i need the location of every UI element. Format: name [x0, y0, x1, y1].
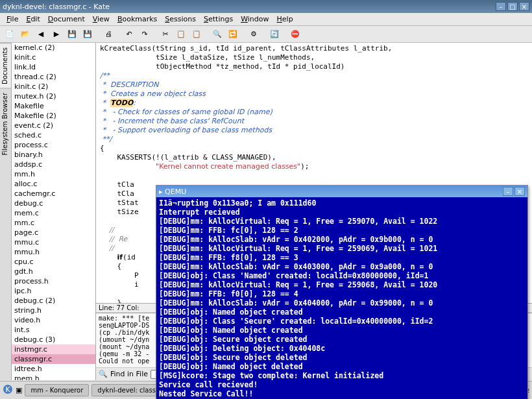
file-item[interactable]: ipc.h — [12, 286, 95, 296]
menu-file[interactable]: File — [3, 14, 22, 25]
search-icon: 🔍 — [99, 370, 108, 378]
qemu-minimize-button[interactable]: – — [503, 187, 513, 196]
maximize-button[interactable]: □ — [507, 2, 518, 11]
menu-window[interactable]: Window — [237, 14, 272, 25]
menu-help[interactable]: Help — [273, 14, 297, 25]
saveas-button[interactable]: 💾 — [80, 27, 95, 42]
qemu-title: QEMU — [165, 187, 186, 196]
file-item[interactable]: page.c — [12, 228, 95, 237]
file-item[interactable]: idtree.h — [12, 364, 95, 374]
save-button[interactable]: 💾 — [65, 27, 79, 42]
copy-button[interactable]: 📋 — [174, 27, 188, 42]
qemu-icon: ▸ — [159, 187, 163, 196]
file-item[interactable]: cachemgr.c — [12, 189, 95, 199]
desktop-button[interactable]: ▣ — [16, 386, 22, 394]
file-item[interactable]: cpu.c — [12, 257, 95, 267]
kmenu-button[interactable]: K — [3, 384, 13, 396]
file-item[interactable]: Makefile (2) — [12, 111, 95, 121]
close-button[interactable]: × — [519, 2, 529, 11]
menu-sessions[interactable]: Sessions — [161, 14, 200, 25]
menu-view[interactable]: View — [89, 14, 114, 25]
reload-button[interactable]: 🔄 — [267, 27, 282, 42]
file-item[interactable]: kinit.c (2) — [12, 82, 95, 91]
svg-text:K: K — [5, 385, 10, 394]
file-item[interactable]: Makefile — [12, 101, 95, 111]
cut-button[interactable]: ✂ — [158, 27, 173, 42]
file-item[interactable]: mem.h — [12, 374, 95, 380]
file-item[interactable]: thread.c (2) — [12, 72, 95, 82]
file-item[interactable]: sched.c — [12, 130, 95, 140]
file-list[interactable]: kernel.c (2)kinit.clink.ldthread.c (2)ki… — [12, 43, 96, 380]
file-item[interactable]: mmu.c — [12, 237, 95, 247]
window-title: dyknl-devel: classmgr.c - Kate — [3, 3, 110, 11]
menu-edit[interactable]: Edit — [22, 14, 43, 25]
file-item[interactable]: process.h — [12, 276, 95, 286]
qemu-close-button[interactable]: × — [514, 187, 525, 196]
file-item[interactable]: instmgr.c — [12, 345, 95, 354]
file-item[interactable]: mem.c — [12, 208, 95, 218]
file-item[interactable]: gdt.h — [12, 267, 95, 276]
file-item[interactable]: addsp.c — [12, 160, 95, 169]
file-item[interactable]: debug.c (3) — [12, 335, 95, 345]
file-item[interactable]: process.c — [12, 140, 95, 150]
replace-button[interactable]: 🔁 — [226, 27, 240, 42]
qemu-titlebar[interactable]: ▸ QEMU – × — [156, 186, 527, 197]
file-item[interactable]: string.h — [12, 306, 95, 315]
print-button[interactable]: 🖨 — [101, 27, 115, 42]
new-button[interactable]: 📄 — [3, 27, 17, 42]
file-item[interactable]: mm.h — [12, 169, 95, 179]
file-item[interactable]: link.ld — [12, 62, 95, 72]
find-button[interactable]: 🔍 — [210, 27, 224, 42]
back-button[interactable]: ◀ — [34, 27, 48, 42]
file-item[interactable]: mmu.h — [12, 247, 95, 257]
window-titlebar: dyknl-devel: classmgr.c - Kate – □ × — [0, 0, 532, 13]
file-item[interactable]: kinit.c — [12, 53, 95, 62]
file-item[interactable]: classmgr.c — [12, 354, 95, 364]
task-item[interactable]: mm - Konqueror — [25, 384, 89, 396]
stop-button[interactable]: ⛔ — [288, 27, 302, 42]
file-item[interactable]: int.s — [12, 325, 95, 335]
redo-button[interactable]: ↷ — [138, 27, 152, 42]
open-button[interactable]: 📂 — [18, 27, 32, 42]
paste-button[interactable]: 📋 — [189, 27, 204, 42]
file-item[interactable]: kernel.c (2) — [12, 43, 95, 53]
file-item[interactable]: debug.c — [12, 199, 95, 208]
find-label: Find in File — [110, 370, 148, 378]
side-tabs: Documents Filesystem Browser — [0, 43, 12, 380]
menu-settings[interactable]: Settings — [200, 14, 237, 25]
toolbar: 📄📂◀▶💾💾🖨↶↷✂📋📋🔍🔁⚙🔄⛔ — [0, 26, 532, 43]
file-item[interactable]: alloc.c — [12, 179, 95, 189]
tab-documents[interactable]: Documents — [0, 43, 11, 88]
qemu-terminal[interactable]: I1ä¬rupting 0x113ea0; I am 0x111d60 Inte… — [156, 197, 527, 399]
fwd-button[interactable]: ▶ — [49, 27, 64, 42]
menu-document[interactable]: Document — [44, 14, 89, 25]
undo-button[interactable]: ↶ — [122, 27, 136, 42]
file-item[interactable]: video.h — [12, 315, 95, 325]
minimize-button[interactable]: – — [496, 2, 506, 11]
file-item[interactable]: mutex.h (2) — [12, 91, 95, 101]
file-item[interactable]: binary.h — [12, 150, 95, 160]
file-item[interactable]: mm.c — [12, 218, 95, 228]
file-item[interactable]: event.c (2) — [12, 121, 95, 130]
menu-bookmarks[interactable]: Bookmarks — [114, 14, 161, 25]
tab-filesystem-browser[interactable]: Filesystem Browser — [0, 88, 11, 160]
menubar: FileEditDocumentViewBookmarksSessionsSet… — [0, 13, 532, 26]
config-button[interactable]: ⚙ — [247, 27, 261, 42]
file-item[interactable]: debug.c (2) — [12, 296, 95, 306]
qemu-window[interactable]: ▸ QEMU – × I1ä¬rupting 0x113ea0; I am 0x… — [156, 185, 528, 399]
